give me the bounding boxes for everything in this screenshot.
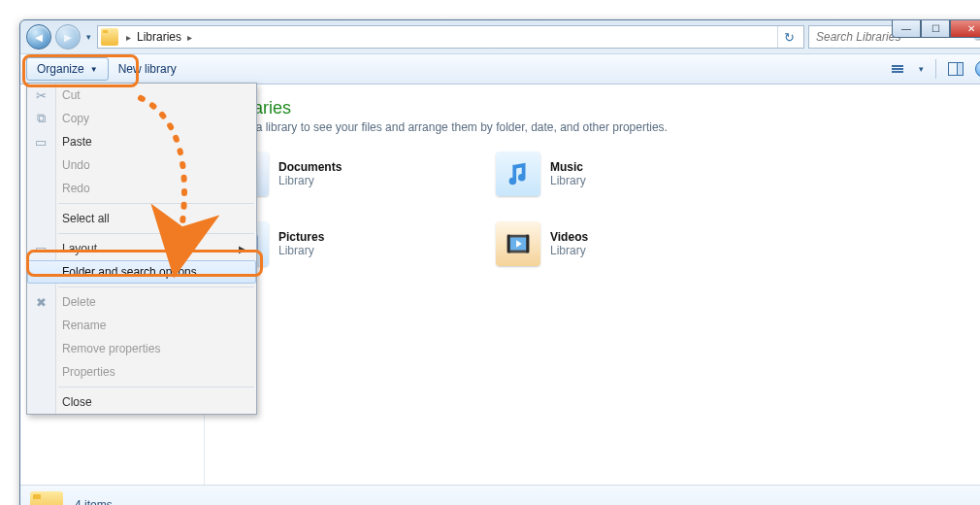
organize-label: Organize — [37, 62, 84, 76]
library-item-music[interactable]: Music Library — [496, 152, 738, 196]
status-text: 4 items — [75, 498, 113, 506]
music-icon — [496, 152, 540, 196]
menu-item-remove-properties[interactable]: Remove properties — [27, 337, 256, 360]
menu-item-close[interactable]: Close — [27, 390, 256, 414]
help-button[interactable]: ? — [975, 60, 980, 78]
breadcrumb-chevron-icon[interactable]: ▸ — [122, 32, 135, 43]
layout-icon: ▭ — [33, 241, 49, 256]
menu-item-delete[interactable]: ✖ Delete — [27, 290, 256, 314]
close-button[interactable]: ✕ — [950, 20, 980, 38]
history-dropdown[interactable]: ▾ — [84, 32, 93, 42]
library-item-videos[interactable]: Videos Library — [496, 221, 738, 266]
svg-rect-10 — [526, 235, 529, 253]
library-label: Music Library — [550, 160, 586, 187]
breadcrumb-location[interactable]: Libraries — [137, 30, 181, 44]
library-label: Pictures Library — [278, 230, 324, 257]
submenu-arrow-icon: ▶ — [239, 244, 246, 254]
libraries-icon — [101, 28, 118, 46]
page-subtitle: Open a library to see your files and arr… — [224, 120, 979, 134]
view-dropdown[interactable]: ▾ — [917, 64, 926, 74]
menu-item-cut[interactable]: ✂ Cut — [27, 84, 256, 107]
paste-icon: ▭ — [33, 134, 49, 150]
back-icon: ◄ — [33, 30, 46, 45]
menu-item-rename[interactable]: Rename — [27, 314, 256, 337]
cut-icon: ✂ — [33, 87, 49, 103]
organize-button[interactable]: Organize ▼ — [26, 57, 109, 81]
content-pane: Libraries Open a library to see your fil… — [205, 84, 980, 485]
menu-item-layout[interactable]: ▭ Layout ▶ — [27, 237, 256, 260]
library-item-documents[interactable]: Documents Library — [224, 152, 467, 196]
minimize-button[interactable]: — — [892, 20, 921, 38]
organize-menu: ✂ Cut ⧉ Copy ▭ Paste Undo Redo Select al… — [26, 83, 257, 415]
explorer-window: — ☐ ✕ ◄ ► ▾ ▸ Libraries ▸ ↻ 🔍 Organize ▼… — [19, 19, 980, 505]
menu-item-properties[interactable]: Properties — [27, 360, 256, 384]
change-view-button[interactable] — [888, 59, 907, 79]
command-bar: Organize ▼ New library ▾ ? — [20, 53, 980, 84]
menu-separator — [58, 387, 254, 387]
menu-item-redo[interactable]: Redo — [27, 177, 256, 200]
maximize-button[interactable]: ☐ — [921, 20, 950, 38]
videos-icon — [496, 221, 540, 266]
chevron-down-icon: ▼ — [90, 65, 98, 74]
refresh-button[interactable]: ↻ — [777, 26, 800, 48]
libraries-grid: Documents Library Music Library — [224, 152, 979, 266]
library-label: Videos Library — [550, 230, 588, 257]
window-controls: — ☐ ✕ — [892, 20, 980, 38]
back-button[interactable]: ◄ — [26, 24, 51, 50]
preview-pane-icon — [948, 62, 964, 76]
menu-separator — [58, 203, 254, 204]
preview-pane-button[interactable] — [946, 59, 965, 79]
menu-item-copy[interactable]: ⧉ Copy — [27, 107, 256, 130]
menu-item-folder-options[interactable]: Folder and search options — [27, 260, 256, 284]
menu-item-paste[interactable]: ▭ Paste — [27, 130, 256, 153]
menu-separator — [58, 286, 254, 287]
library-item-pictures[interactable]: Pictures Library — [224, 221, 467, 266]
navigation-bar: ◄ ► ▾ ▸ Libraries ▸ ↻ 🔍 — [20, 20, 980, 53]
page-title: Libraries — [224, 98, 979, 118]
menu-item-undo[interactable]: Undo — [27, 153, 256, 177]
menu-item-select-all[interactable]: Select all — [27, 207, 256, 230]
copy-icon: ⧉ — [33, 111, 49, 126]
refresh-icon: ↻ — [784, 30, 795, 45]
folder-icon — [30, 491, 63, 506]
separator — [935, 59, 936, 79]
svg-rect-9 — [507, 235, 510, 253]
status-bar: 4 items — [20, 485, 980, 505]
library-label: Documents Library — [278, 160, 342, 187]
new-library-button[interactable]: New library — [118, 62, 177, 76]
address-bar[interactable]: ▸ Libraries ▸ ↻ — [97, 25, 804, 49]
menu-separator — [58, 233, 254, 234]
delete-icon: ✖ — [33, 294, 49, 310]
forward-icon: ► — [62, 30, 75, 45]
breadcrumb-chevron-icon[interactable]: ▸ — [183, 32, 196, 43]
forward-button[interactable]: ► — [55, 24, 81, 50]
